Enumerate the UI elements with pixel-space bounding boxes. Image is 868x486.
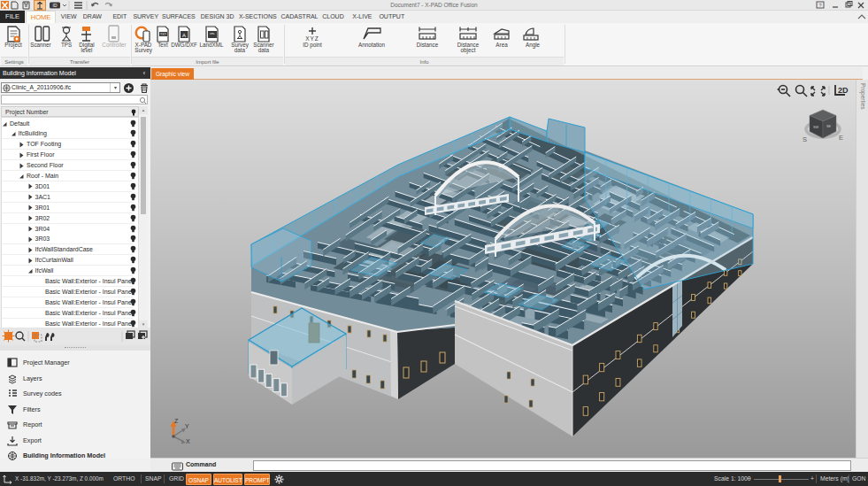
svg-text:S: S [803,135,807,143]
svg-text:TXT: TXT [160,33,167,36]
svg-text:SW: SW [813,126,819,129]
svg-text:Z: Z [174,418,179,424]
svg-text:A: A [182,33,186,38]
svg-text:ID: ID [53,3,58,8]
svg-text:SE: SE [826,125,832,128]
svg-text:XML: XML [210,32,215,35]
svg-text:Y: Y [185,423,189,429]
svg-text:XYZ: XYZ [305,35,319,42]
svg-text:X: X [186,438,190,444]
svg-text:E: E [839,134,843,142]
svg-text:2D: 2D [838,86,849,95]
svg-text:?: ? [818,3,821,8]
